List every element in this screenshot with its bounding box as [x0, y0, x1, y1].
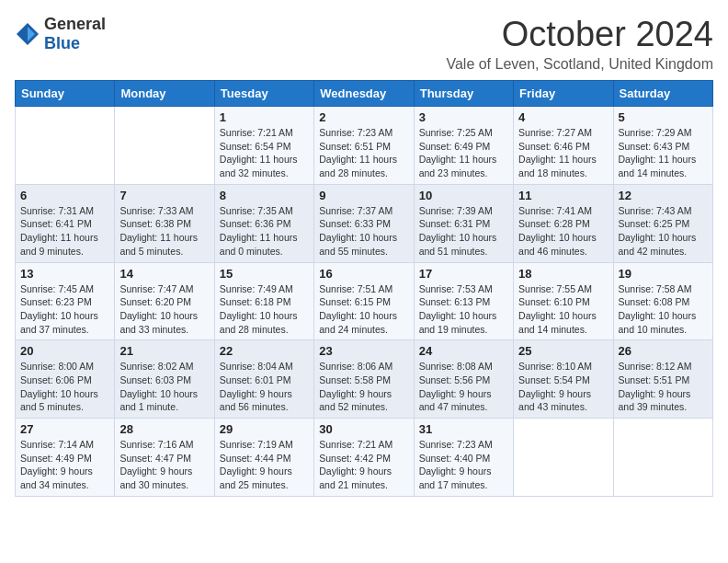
day-cell	[16, 107, 115, 185]
day-number: 24	[419, 344, 508, 358]
day-cell: 31Sunrise: 7:23 AMSunset: 4:40 PMDayligh…	[414, 419, 513, 497]
day-number: 3	[419, 110, 508, 124]
day-info: Sunrise: 7:19 AMSunset: 4:44 PMDaylight:…	[220, 438, 309, 492]
day-number: 5	[619, 110, 708, 124]
calendar-body: 1Sunrise: 7:21 AMSunset: 6:54 PMDaylight…	[16, 107, 713, 497]
day-info: Sunrise: 7:23 AMSunset: 6:51 PMDaylight:…	[319, 126, 408, 180]
day-cell: 10Sunrise: 7:39 AMSunset: 6:31 PMDayligh…	[414, 184, 513, 262]
day-info: Sunrise: 7:23 AMSunset: 4:40 PMDaylight:…	[419, 438, 508, 492]
day-info: Sunrise: 8:00 AMSunset: 6:06 PMDaylight:…	[20, 360, 109, 414]
day-cell: 9Sunrise: 7:37 AMSunset: 6:33 PMDaylight…	[314, 184, 414, 262]
day-number: 6	[20, 189, 109, 202]
day-number: 25	[518, 344, 608, 358]
day-info: Sunrise: 7:55 AMSunset: 6:10 PMDaylight:…	[518, 282, 608, 337]
day-number: 28	[119, 422, 209, 436]
logo: General Blue	[15, 15, 106, 53]
title-area: October 2024 Vale of Leven, Scotland, Un…	[446, 15, 713, 73]
day-info: Sunrise: 7:29 AMSunset: 6:43 PMDaylight:…	[619, 126, 708, 180]
day-info: Sunrise: 8:04 AMSunset: 6:01 PMDaylight:…	[220, 360, 309, 414]
logo-blue: Blue	[44, 34, 80, 52]
day-info: Sunrise: 7:31 AMSunset: 6:41 PMDaylight:…	[20, 204, 109, 259]
day-cell: 20Sunrise: 8:00 AMSunset: 6:06 PMDayligh…	[16, 340, 115, 419]
day-info: Sunrise: 7:39 AMSunset: 6:31 PMDaylight:…	[419, 204, 508, 259]
header: General Blue October 2024 Vale of Leven,…	[15, 15, 713, 73]
day-number: 18	[518, 267, 608, 281]
day-cell: 16Sunrise: 7:51 AMSunset: 6:15 PMDayligh…	[314, 262, 414, 340]
day-cell: 4Sunrise: 7:27 AMSunset: 6:46 PMDaylight…	[514, 107, 613, 185]
day-number: 30	[319, 422, 408, 436]
day-info: Sunrise: 7:27 AMSunset: 6:46 PMDaylight:…	[518, 126, 608, 180]
day-cell: 22Sunrise: 8:04 AMSunset: 6:01 PMDayligh…	[214, 340, 313, 419]
day-cell: 7Sunrise: 7:33 AMSunset: 6:38 PMDaylight…	[115, 184, 214, 262]
day-info: Sunrise: 8:06 AMSunset: 5:58 PMDaylight:…	[319, 360, 408, 414]
logo-general: General	[44, 15, 106, 33]
day-cell: 29Sunrise: 7:19 AMSunset: 4:44 PMDayligh…	[214, 419, 313, 497]
day-number: 10	[419, 189, 508, 202]
day-number: 16	[319, 267, 408, 281]
day-info: Sunrise: 7:47 AMSunset: 6:20 PMDaylight:…	[119, 282, 209, 337]
day-number: 11	[518, 189, 608, 202]
day-info: Sunrise: 7:37 AMSunset: 6:33 PMDaylight:…	[319, 204, 408, 259]
day-info: Sunrise: 7:58 AMSunset: 6:08 PMDaylight:…	[619, 282, 708, 337]
day-cell: 2Sunrise: 7:23 AMSunset: 6:51 PMDaylight…	[314, 107, 414, 185]
day-number: 26	[619, 344, 708, 358]
day-cell	[613, 419, 712, 497]
week-row-2: 6Sunrise: 7:31 AMSunset: 6:41 PMDaylight…	[16, 184, 713, 262]
day-number: 31	[419, 422, 508, 436]
day-cell: 18Sunrise: 7:55 AMSunset: 6:10 PMDayligh…	[514, 262, 613, 340]
day-info: Sunrise: 7:16 AMSunset: 4:47 PMDaylight:…	[119, 438, 209, 492]
day-cell: 14Sunrise: 7:47 AMSunset: 6:20 PMDayligh…	[115, 262, 214, 340]
day-cell: 27Sunrise: 7:14 AMSunset: 4:49 PMDayligh…	[16, 419, 115, 497]
day-info: Sunrise: 7:45 AMSunset: 6:23 PMDaylight:…	[20, 282, 109, 337]
day-info: Sunrise: 8:08 AMSunset: 5:56 PMDaylight:…	[419, 360, 508, 414]
day-cell: 26Sunrise: 8:12 AMSunset: 5:51 PMDayligh…	[613, 340, 712, 419]
day-cell: 19Sunrise: 7:58 AMSunset: 6:08 PMDayligh…	[613, 262, 712, 340]
day-cell: 15Sunrise: 7:49 AMSunset: 6:18 PMDayligh…	[214, 262, 313, 340]
day-info: Sunrise: 7:25 AMSunset: 6:49 PMDaylight:…	[419, 126, 508, 180]
logo-text: General Blue	[44, 15, 106, 53]
week-row-5: 27Sunrise: 7:14 AMSunset: 4:49 PMDayligh…	[16, 419, 713, 497]
day-info: Sunrise: 7:43 AMSunset: 6:25 PMDaylight:…	[619, 204, 708, 259]
day-info: Sunrise: 7:53 AMSunset: 6:13 PMDaylight:…	[419, 282, 508, 337]
calendar-table: SundayMondayTuesdayWednesdayThursdayFrid…	[15, 80, 713, 497]
header-cell-saturday: Saturday	[613, 81, 712, 107]
day-info: Sunrise: 7:51 AMSunset: 6:15 PMDaylight:…	[319, 282, 408, 337]
day-info: Sunrise: 7:41 AMSunset: 6:28 PMDaylight:…	[518, 204, 608, 259]
day-cell: 12Sunrise: 7:43 AMSunset: 6:25 PMDayligh…	[613, 184, 712, 262]
day-info: Sunrise: 7:49 AMSunset: 6:18 PMDaylight:…	[220, 282, 309, 337]
day-info: Sunrise: 8:12 AMSunset: 5:51 PMDaylight:…	[619, 360, 708, 414]
day-cell	[115, 107, 214, 185]
day-number: 20	[20, 344, 109, 358]
logo-icon	[15, 21, 40, 47]
day-cell: 8Sunrise: 7:35 AMSunset: 6:36 PMDaylight…	[214, 184, 313, 262]
day-number: 29	[220, 422, 309, 436]
day-cell: 11Sunrise: 7:41 AMSunset: 6:28 PMDayligh…	[514, 184, 613, 262]
day-cell: 25Sunrise: 8:10 AMSunset: 5:54 PMDayligh…	[514, 340, 613, 419]
day-number: 4	[518, 110, 608, 124]
day-number: 12	[619, 189, 708, 202]
day-number: 2	[319, 110, 408, 124]
day-cell: 30Sunrise: 7:21 AMSunset: 4:42 PMDayligh…	[314, 419, 414, 497]
day-info: Sunrise: 7:21 AMSunset: 4:42 PMDaylight:…	[319, 438, 408, 492]
day-number: 1	[220, 110, 309, 124]
week-row-3: 13Sunrise: 7:45 AMSunset: 6:23 PMDayligh…	[16, 262, 713, 340]
header-row: SundayMondayTuesdayWednesdayThursdayFrid…	[16, 81, 713, 107]
day-cell: 6Sunrise: 7:31 AMSunset: 6:41 PMDaylight…	[16, 184, 115, 262]
header-cell-monday: Monday	[115, 81, 214, 107]
month-title: October 2024	[446, 15, 713, 54]
day-number: 14	[119, 267, 209, 281]
day-cell: 5Sunrise: 7:29 AMSunset: 6:43 PMDaylight…	[613, 107, 712, 185]
day-number: 19	[619, 267, 708, 281]
day-cell: 23Sunrise: 8:06 AMSunset: 5:58 PMDayligh…	[314, 340, 414, 419]
calendar-header: SundayMondayTuesdayWednesdayThursdayFrid…	[16, 81, 713, 107]
day-number: 8	[220, 189, 309, 202]
header-cell-sunday: Sunday	[16, 81, 115, 107]
header-cell-thursday: Thursday	[414, 81, 513, 107]
day-number: 7	[119, 189, 209, 202]
day-info: Sunrise: 7:14 AMSunset: 4:49 PMDaylight:…	[20, 438, 109, 492]
header-cell-tuesday: Tuesday	[214, 81, 313, 107]
header-cell-friday: Friday	[514, 81, 613, 107]
day-number: 22	[220, 344, 309, 358]
day-cell: 13Sunrise: 7:45 AMSunset: 6:23 PMDayligh…	[16, 262, 115, 340]
day-number: 15	[220, 267, 309, 281]
